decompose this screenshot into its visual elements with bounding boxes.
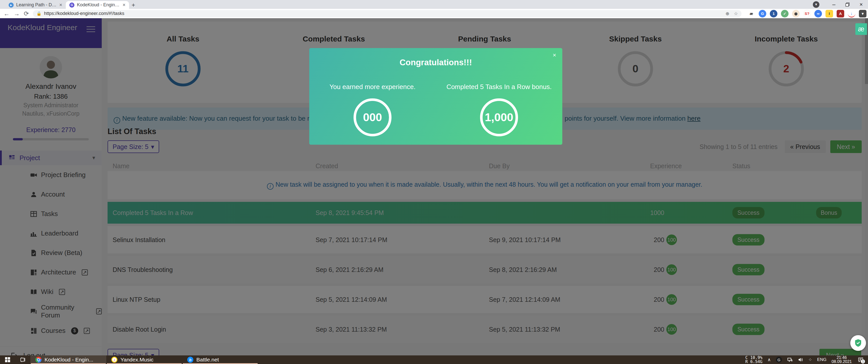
chrome-icon — [35, 357, 41, 363]
system-tray: C 10.9% R 6.54G ∧ G ⁘ ENG 21:46 08.09.20… — [745, 355, 868, 364]
windows-logo-icon — [5, 357, 10, 362]
modal-close-icon[interactable]: × — [553, 52, 556, 59]
url-text[interactable]: https://kodekloud-engineer.com/#!/tasks — [44, 11, 723, 16]
tab-close-icon[interactable]: × — [122, 2, 126, 8]
windows-taskbar: KodeKloud - Engin... ♪ Yandex.Music b Ba… — [0, 355, 868, 364]
notification-count-badge: 1 — [861, 359, 865, 363]
tray-time: 21:46 — [832, 356, 852, 360]
modal-right-label: Completed 5 Tasks In a Row bonus. — [436, 83, 562, 91]
bookmark-star-icon[interactable]: ☆ — [734, 11, 738, 16]
yandex-music-icon: ♪ — [111, 357, 117, 363]
bonus-circle: 1,000 — [480, 98, 518, 136]
tab-title: Learning Path - DevOps Basics - — [16, 2, 57, 8]
url-bar[interactable]: 🔒 https://kodekloud-engineer.com/#!/task… — [33, 10, 741, 17]
adguard-extension-icon[interactable]: ✓ — [781, 10, 788, 18]
chat-widget-button[interactable] — [850, 335, 866, 351]
tray-date: 08.09.2021 — [832, 360, 852, 364]
tabbar-right: ▼ – × — [813, 0, 868, 9]
language-indicator[interactable]: ENG — [817, 357, 827, 362]
experience-circle: 000 — [353, 98, 392, 136]
taskbar-app-yandex-music[interactable]: ♪ Yandex.Music — [106, 355, 182, 364]
tab-learning-path[interactable]: ▸ Learning Path - DevOps Basics - × — [5, 1, 66, 9]
battlenet-icon: b — [187, 357, 193, 363]
minimize-button[interactable]: – — [827, 0, 841, 9]
forward-icon[interactable]: → — [14, 10, 20, 17]
browser-tab-bar: ▸ Learning Path - DevOps Basics - × G Ko… — [0, 0, 868, 9]
browser-profile-chip[interactable]: ▼ — [813, 1, 819, 8]
ae-extension-icon[interactable]: æ — [748, 10, 755, 18]
close-button[interactable]: × — [854, 0, 868, 9]
workspace-grid-icon[interactable]: ⁘ — [808, 357, 812, 362]
back-icon[interactable]: ← — [4, 10, 10, 17]
tab-favicon: ▸ — [9, 3, 14, 8]
task-view-button[interactable] — [15, 355, 30, 364]
savebox-extension-icon[interactable]: ▾ — [859, 10, 866, 18]
network-icon[interactable] — [787, 357, 793, 362]
tab-title: KodeKloud - Engineer — [77, 2, 120, 8]
taskbar-app-battlenet[interactable]: b Battle.net — [182, 355, 258, 364]
clock[interactable]: 21:46 08.09.2021 — [832, 356, 852, 364]
sneaker-extension-icon[interactable]: ◉ — [792, 10, 800, 18]
extensions-row: æ G 1 ✓ ◉ S? ∞ Ɩ A ↓ ▾ 🔔 ⚄ ⋮ — [748, 10, 868, 18]
s-extension-icon[interactable]: S? — [803, 10, 811, 18]
translate-extension-icon[interactable]: G — [759, 10, 766, 18]
vpn-extension-icon[interactable]: ∞ — [814, 10, 822, 18]
tab-close-icon[interactable]: × — [59, 2, 62, 8]
ae-side-badge[interactable]: æ — [855, 23, 867, 35]
taskbar-app-chrome[interactable]: KodeKloud - Engin... — [30, 355, 106, 364]
shield-icon — [854, 338, 863, 348]
logitech-g-icon[interactable]: G — [776, 357, 782, 363]
modal-title: Congratulations!!! — [309, 58, 562, 67]
reload-icon[interactable]: ⟳ — [24, 10, 29, 17]
modal-left-label: You earned more experience. — [309, 83, 436, 91]
flag-extension-icon[interactable]: Ɩ — [826, 10, 833, 18]
experience-value: 000 — [363, 111, 382, 124]
modal-bonus-section: Completed 5 Tasks In a Row bonus. 1,000 — [436, 83, 562, 136]
congratulations-modal: × Congratulations!!! You earned more exp… — [309, 48, 562, 145]
action-center-button[interactable]: 1 — [857, 357, 864, 362]
password-extension-icon[interactable]: 1 — [770, 10, 777, 18]
resource-monitor: C 10.9% R 6.54G — [745, 356, 762, 364]
lock-icon: 🔒 — [36, 11, 41, 16]
tab-favicon: G — [69, 3, 74, 8]
ram-usage: R 6.54G — [745, 360, 762, 364]
start-button[interactable] — [0, 355, 15, 364]
taskbar-app-label: Yandex.Music — [120, 357, 153, 363]
zoom-icon[interactable]: ⊕ — [725, 11, 729, 16]
taskbar-app-label: Battle.net — [196, 357, 219, 363]
task-view-icon — [20, 357, 26, 362]
volume-icon[interactable] — [798, 357, 803, 362]
bonus-value: 1,000 — [485, 111, 514, 124]
tray-expand-icon[interactable]: ∧ — [768, 357, 771, 362]
new-tab-button[interactable]: + — [129, 1, 138, 9]
download-extension-icon[interactable]: ↓ — [848, 10, 855, 18]
page-content: KodeKloud Engineer Alexandr Ivanov Rank:… — [0, 18, 868, 355]
modal-experience-section: You earned more experience. 000 — [309, 83, 436, 136]
restore-button[interactable] — [841, 0, 854, 9]
screen: ▸ Learning Path - DevOps Basics - × G Ko… — [0, 0, 868, 364]
browser-toolbar: ← → ⟳ 🔒 https://kodekloud-engineer.com/#… — [0, 9, 868, 18]
tab-kodekloud-engineer[interactable]: G KodeKloud - Engineer × — [66, 1, 129, 9]
taskbar-app-label: KodeKloud - Engin... — [44, 357, 93, 363]
acrobat-extension-icon[interactable]: A — [837, 10, 844, 18]
